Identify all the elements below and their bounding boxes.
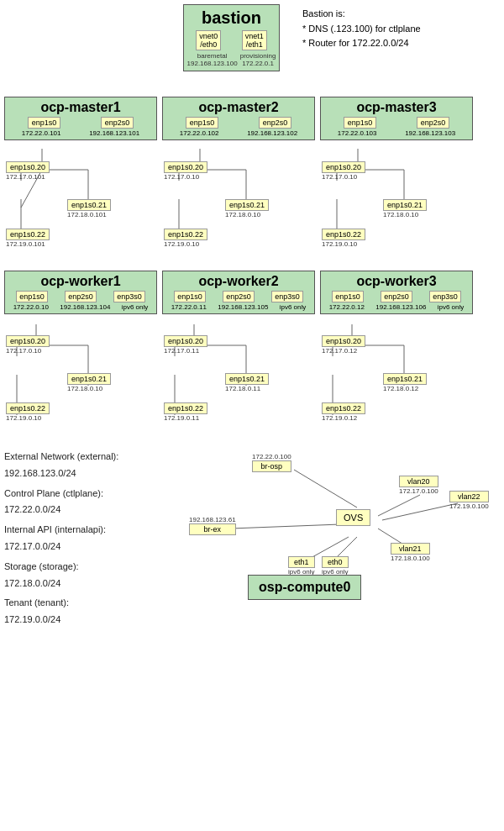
legend-item-2: Internal API (internalapi): 172.17.0.0/2… (4, 522, 164, 555)
master2-title: ocp-master2 (165, 100, 312, 115)
svg-line-43 (382, 503, 458, 520)
master1-section: ocp-master1 enp1s0 enp2s0 172.22.0.101 1… (4, 97, 157, 258)
worker2-title: ocp-worker2 (165, 274, 312, 289)
master1-iface0: enp1s0 (28, 117, 61, 129)
full-diagram: bastion vnet0 /eth0 vnet1 /eth1 baremeta… (0, 0, 504, 629)
master1-sub0: enp1s0.20 172.17.0.101 (6, 161, 50, 181)
bastion-box: bastion vnet0 /eth0 vnet1 /eth1 baremeta… (183, 4, 280, 71)
legend-item-4: Tenant (tenant): 172.19.0.0/24 (4, 595, 164, 629)
worker3-title: ocp-worker3 (323, 274, 470, 289)
bastion-iface-1: vnet1 /eth1 (242, 30, 267, 50)
master1-subifaces: enp1s0.20 172.17.0.101 enp1s0.21 172.18.… (4, 149, 157, 258)
master1-title: ocp-master1 (8, 100, 154, 115)
worker3-box: ocp-worker3 enp1s0 enp2s0 enp3s0 172.22.… (320, 271, 473, 314)
bastion-iface-1-name: vnet1 /eth1 (242, 30, 267, 50)
bastion-title: bastion (186, 8, 277, 28)
worker2-subifaces: enp1s0.20 172.17.0.11 enp1s0.21 172.18.0… (162, 323, 315, 432)
vlan22-container: vlan22 172.19.0.100 (449, 491, 489, 510)
worker1-title: ocp-worker1 (8, 274, 154, 289)
vlan20-box: vlan20 (399, 476, 438, 487)
eth1-container: eth1 ipv6 only (288, 556, 315, 576)
master2-section: ocp-master2 enp1s0 enp2s0 172.22.0.102 1… (162, 97, 315, 258)
masters-row: ocp-master1 enp1s0 enp2s0 172.22.0.101 1… (4, 97, 500, 258)
osp-compute0-box: osp-compute0 (248, 575, 361, 600)
master1-iface1: enp2s0 (101, 117, 134, 129)
worker1-section: ocp-worker1 enp1s0 enp2s0 enp3s0 172.22.… (4, 271, 157, 432)
svg-line-41 (378, 495, 420, 516)
worker1-subifaces: enp1s0.20 172.17.0.10 enp1s0.21 172.18.0… (4, 323, 157, 432)
svg-line-37 (294, 470, 357, 508)
master2-subifaces: enp1s0.20 172.17.0.10 enp1s0.21 172.18.0… (162, 149, 315, 258)
svg-line-38 (231, 524, 340, 529)
bastion-info: Bastion is: * DNS (.123.100) for ctlplan… (302, 7, 421, 51)
master3-section: ocp-master3 enp1s0 enp2s0 172.22.0.103 1… (320, 97, 473, 258)
master1-ip0: 172.22.0.101 (22, 129, 61, 137)
bastion-info-line2: * DNS (.123.100) for ctlplane (302, 22, 421, 37)
br-ex-box: br-ex (189, 523, 236, 535)
vlan22-box: vlan22 (449, 491, 489, 502)
master1-sub1: enp1s0.21 172.18.0.101 (67, 199, 111, 218)
bastion-iface-0-name: vnet0 /eth0 (196, 30, 221, 50)
master3-subifaces: enp1s0.20 172.17.0.10 enp1s0.21 172.18.0… (320, 149, 473, 258)
master2-box: ocp-master2 enp1s0 enp2s0 172.22.0.102 1… (162, 97, 315, 140)
master3-title: ocp-master3 (323, 100, 470, 115)
bastion-iface-0: vnet0 /eth0 (196, 30, 221, 50)
eth1-box: eth1 (288, 556, 315, 568)
eth0-box: eth0 (322, 556, 349, 568)
vlan21-box: vlan21 (391, 543, 430, 555)
master1-box: ocp-master1 enp1s0 enp2s0 172.22.0.101 1… (4, 97, 157, 140)
svg-line-40 (336, 537, 357, 558)
worker2-section: ocp-worker2 enp1s0 enp2s0 enp3s0 172.22.… (162, 271, 315, 432)
vlan20-container: vlan20 172.17.0.100 (399, 476, 438, 495)
master1-sub2: enp1s0.22 172.19.0.101 (6, 229, 50, 248)
bottom-section: External Network (external): 192.168.123… (4, 449, 500, 629)
bastion-iface-0-label: baremetal (187, 52, 238, 60)
bastion-section: bastion vnet0 /eth0 vnet1 /eth1 baremeta… (0, 0, 504, 97)
worker3-subifaces: enp1s0.20 172.17.0.12 enp1s0.21 172.18.0… (320, 323, 473, 432)
vlan21-container: vlan21 172.18.0.100 (391, 543, 430, 562)
worker1-box: ocp-worker1 enp1s0 enp2s0 enp3s0 172.22.… (4, 271, 157, 314)
master3-box: ocp-master3 enp1s0 enp2s0 172.22.0.103 1… (320, 97, 473, 140)
legend-item-1: Control Plane (ctlplane): 172.22.0.0/24 (4, 486, 164, 519)
legend-item-0: External Network (external): 192.168.123… (4, 449, 164, 482)
worker2-box: ocp-worker2 enp1s0 enp2s0 enp3s0 172.22.… (162, 271, 315, 314)
eth0-container: eth0 ipv6 only (322, 556, 349, 576)
bastion-iface-1-label: provisioning (240, 52, 276, 60)
br-ex-container: 192.168.123.61 br-ex (189, 516, 236, 535)
br-osp-container: 172.22.0.100 br-osp (252, 453, 291, 472)
legend-text: External Network (external): 192.168.123… (4, 449, 164, 629)
master1-ip1: 192.168.123.101 (89, 129, 139, 137)
ovs-box: OVS (336, 509, 370, 526)
workers-row: ocp-worker1 enp1s0 enp2s0 enp3s0 172.22.… (4, 271, 500, 432)
bastion-iface-1-ip: 172.22.0.1 (240, 60, 276, 67)
bastion-info-line3: * Router for 172.22.0.0/24 (302, 36, 421, 51)
br-osp-box: br-osp (252, 460, 291, 472)
svg-line-39 (311, 537, 349, 558)
worker3-section: ocp-worker3 enp1s0 enp2s0 enp3s0 172.22.… (320, 271, 473, 432)
bastion-iface-0-ip: 192.168.123.100 (187, 60, 238, 67)
bastion-info-line1: Bastion is: (302, 7, 421, 22)
osp-diagram: 172.22.0.100 br-osp 192.168.123.61 br-ex… (164, 449, 500, 617)
legend-item-3: Storage (storage): 172.18.0.0/24 (4, 559, 164, 592)
